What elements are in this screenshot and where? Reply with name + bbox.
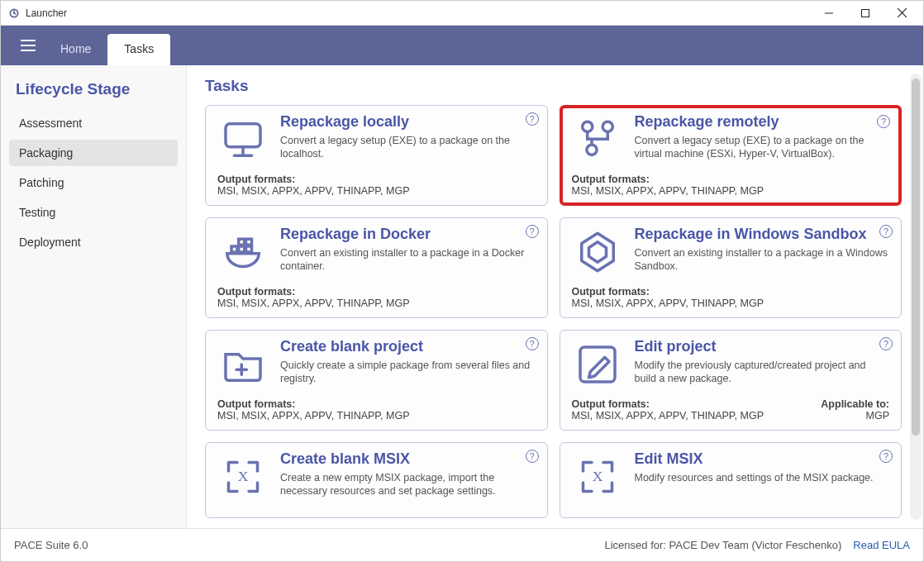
card-desc: Convert an existing installer to a packa… [280, 246, 536, 274]
close-button[interactable] [884, 1, 920, 25]
card-title: Repackage remotely [635, 114, 890, 131]
card-repackage-locally[interactable]: ? Repackage locally Convert a legacy set… [205, 105, 548, 206]
tab-home[interactable]: Home [44, 34, 107, 65]
help-icon[interactable]: ? [877, 115, 890, 128]
network-icon [572, 114, 623, 165]
help-icon[interactable]: ? [526, 112, 539, 126]
scrollbar[interactable] [910, 74, 922, 520]
svg-rect-17 [246, 246, 252, 252]
sidebar-item-patching[interactable]: Patching [9, 169, 178, 196]
svg-point-11 [582, 121, 592, 131]
svg-rect-18 [231, 246, 237, 252]
svg-rect-8 [226, 124, 260, 147]
output-formats-value: MSI, MSIX, APPX, APPV, THINAPP, MGP [217, 410, 410, 422]
card-desc: Convert a legacy setup (EXE) to a packag… [635, 134, 890, 161]
help-icon[interactable]: ? [879, 337, 893, 350]
msix-icon: X [217, 451, 269, 502]
card-repackage-docker[interactable]: ? Repackage in Docker Convert an existin… [205, 217, 548, 318]
docker-icon [217, 226, 269, 278]
card-title: Repackage in Docker [280, 226, 536, 243]
svg-text:X: X [592, 468, 603, 484]
help-icon[interactable]: ? [879, 225, 893, 238]
card-edit-msix[interactable]: ? X Edit MSIX Modify resources and setti… [560, 442, 903, 518]
help-icon[interactable]: ? [526, 450, 539, 463]
sidebar-item-testing[interactable]: Testing [9, 199, 178, 226]
svg-rect-2 [862, 9, 869, 17]
svg-text:X: X [238, 468, 249, 484]
monitor-icon [217, 114, 269, 165]
card-desc: Convert a legacy setup (EXE) to a packag… [280, 134, 536, 161]
main-panel: Tasks ? Repackage locally Convert a lega… [187, 65, 923, 528]
scrollbar-thumb[interactable] [912, 79, 920, 436]
help-icon[interactable]: ? [526, 225, 539, 238]
applicable-value: MGP [866, 410, 889, 422]
msix-icon: X [572, 451, 623, 502]
svg-point-12 [603, 121, 612, 131]
card-create-blank-project[interactable]: ? Create blank project Quickly create a … [205, 330, 548, 431]
sandbox-icon [572, 226, 623, 278]
page-title: Tasks [205, 77, 905, 95]
card-title: Repackage locally [280, 114, 536, 131]
card-edit-project[interactable]: ? Edit project Modify the previously cap… [560, 330, 903, 431]
eula-link[interactable]: Read EULA [853, 539, 910, 551]
license-label: Licensed for: PACE Dev Team (Victor Fesc… [604, 539, 841, 551]
titlebar: Launcher [1, 1, 923, 26]
output-formats-value: MSI, MSIX, APPX, APPV, THINAPP, MGP [217, 298, 410, 309]
output-formats-value: MSI, MSIX, APPX, APPV, THINAPP, MGP [572, 410, 764, 422]
edit-icon [572, 339, 623, 390]
maximize-button[interactable] [847, 1, 884, 25]
app-icon [7, 7, 21, 20]
output-formats-label: Output formats: [572, 174, 650, 185]
svg-rect-15 [246, 239, 252, 245]
folder-plus-icon [217, 339, 269, 390]
version-label: PACE Suite 6.0 [14, 539, 604, 551]
output-formats-value: MSI, MSIX, APPX, APPV, THINAPP, MGP [217, 185, 410, 197]
menu-button[interactable] [12, 26, 44, 65]
card-title: Edit project [635, 339, 890, 355]
output-formats-label: Output formats: [217, 398, 295, 410]
card-title: Repackage in Windows Sandbox [635, 226, 890, 243]
status-bar: PACE Suite 6.0 Licensed for: PACE Dev Te… [1, 528, 923, 561]
card-desc: Quickly create a simple package from sev… [280, 359, 536, 386]
help-icon[interactable]: ? [526, 337, 539, 350]
sidebar: Lifecycle Stage Assessment Packaging Pat… [1, 65, 187, 528]
card-desc: Modify resources and settings of the MSI… [635, 471, 874, 484]
output-formats-label: Output formats: [572, 398, 650, 410]
output-formats-value: MSI, MSIX, APPX, APPV, THINAPP, MGP [572, 298, 764, 309]
output-formats-label: Output formats: [217, 286, 295, 298]
card-desc: Create a new empty MSIX package, import … [280, 471, 536, 498]
card-title: Create blank project [280, 339, 536, 355]
sidebar-title: Lifecycle Stage [9, 77, 178, 108]
card-repackage-remotely[interactable]: ? Repackage remotely Convert a legacy se… [560, 105, 903, 206]
card-desc: Modify the previously captured/created p… [635, 359, 890, 386]
output-formats-value: MSI, MSIX, APPX, APPV, THINAPP, MGP [572, 185, 764, 197]
help-icon[interactable]: ? [879, 450, 893, 463]
tab-tasks[interactable]: Tasks [107, 34, 170, 65]
applicable-label: Applicable to: [821, 398, 889, 410]
svg-rect-14 [239, 239, 245, 245]
sidebar-item-deployment[interactable]: Deployment [9, 229, 178, 255]
output-formats-label: Output formats: [217, 174, 295, 185]
svg-point-13 [586, 145, 596, 155]
card-create-blank-msix[interactable]: ? X Create blank MSIX Create a new empty… [205, 442, 548, 518]
output-formats-label: Output formats: [572, 286, 650, 298]
svg-rect-16 [239, 246, 245, 252]
window-title: Launcher [26, 7, 67, 19]
card-desc: Convert an existing installer to a packa… [635, 246, 890, 274]
card-repackage-sandbox[interactable]: ? Repackage in Windows Sandbox Convert a… [560, 217, 903, 318]
top-nav: Home Tasks [1, 26, 923, 65]
card-title: Edit MSIX [635, 451, 874, 468]
card-title: Create blank MSIX [280, 451, 536, 468]
task-grid: ? Repackage locally Convert a legacy set… [205, 105, 905, 518]
sidebar-item-packaging[interactable]: Packaging [9, 140, 178, 166]
sidebar-item-assessment[interactable]: Assessment [9, 110, 178, 136]
minimize-button[interactable] [811, 1, 847, 25]
